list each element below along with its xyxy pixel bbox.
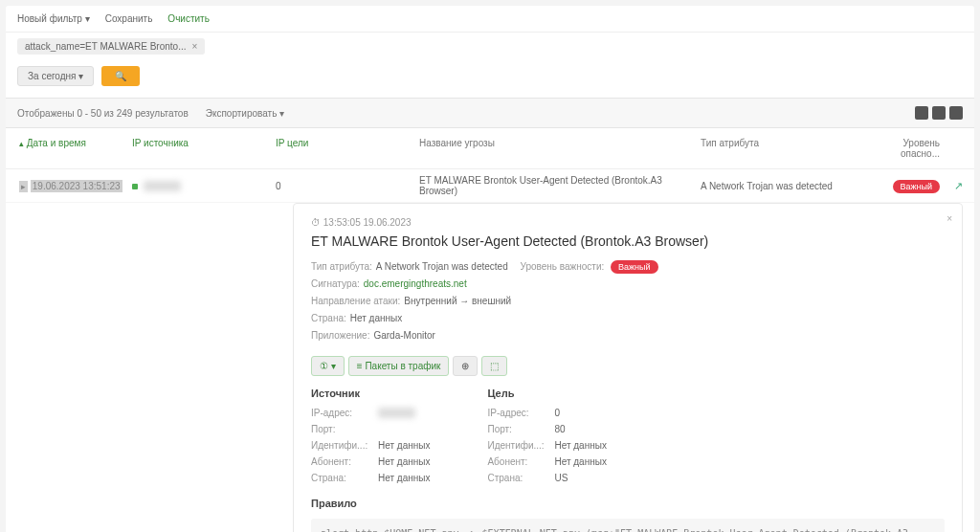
detail-timestamp: ⏱ 13:53:05 19.06.2023: [311, 217, 945, 228]
detail-panel: × ⏱ 13:53:05 19.06.2023 ET MALWARE Bront…: [293, 203, 963, 532]
header-source[interactable]: IP источника: [132, 138, 276, 159]
target-heading: Цель: [487, 388, 606, 399]
source-heading: Источник: [311, 388, 430, 399]
filter-tag-label: attack_name=ET MALWARE Bronto...: [25, 41, 187, 52]
action-packets-button[interactable]: ≡ Пакеты в трафик: [348, 356, 450, 376]
new-filter-dropdown[interactable]: Новый фильтр ▾: [17, 13, 90, 24]
results-summary: Отображены 0 - 50 из 249 результатов: [17, 108, 189, 119]
header-level[interactable]: Уровень опасно...: [873, 138, 940, 159]
clear-link[interactable]: Очистить: [167, 13, 210, 24]
signature-link[interactable]: doc.emergingthreats.net: [364, 278, 467, 289]
export-dropdown[interactable]: Экспортировать ▾: [206, 108, 284, 119]
source-ip: xxx: [378, 408, 415, 418]
rule-heading: Правило: [311, 498, 945, 509]
header-target[interactable]: IP цели: [276, 138, 419, 159]
table-row[interactable]: ▸ 19.06.2023 13:51:23 xxx 0 ET MALWARE B…: [6, 169, 974, 203]
header-class[interactable]: Тип атрибута: [701, 138, 873, 159]
view-list-icon[interactable]: [915, 106, 928, 120]
status-dot-icon: [132, 184, 138, 189]
view-grid-icon[interactable]: [932, 106, 946, 120]
filter-tag-close-icon[interactable]: ×: [192, 41, 198, 52]
filter-tag[interactable]: attack_name=ET MALWARE Bronto... ×: [17, 38, 205, 55]
rule-text: alert http $HOME_NET any -> $EXTERNAL_NE…: [321, 528, 935, 532]
close-icon[interactable]: ×: [947, 213, 952, 224]
header-threat[interactable]: Название угрозы: [419, 138, 701, 159]
detail-title: ET MALWARE Brontok User-Agent Detected (…: [311, 233, 945, 249]
action-info-button[interactable]: ① ▾: [311, 356, 345, 376]
severity-badge: Важный: [893, 180, 941, 193]
action-expand-button[interactable]: ⬚: [481, 356, 507, 376]
period-dropdown[interactable]: За сегодня ▾: [17, 66, 94, 86]
save-link[interactable]: Сохранить: [105, 13, 153, 24]
source-ip-cell: xxx: [144, 181, 181, 191]
severity-badge: Важный: [611, 260, 658, 274]
search-button[interactable]: 🔍: [101, 66, 140, 86]
view-card-icon[interactable]: [949, 106, 963, 120]
external-link-icon[interactable]: ↗: [954, 180, 963, 191]
header-date[interactable]: ▴ Дата и время: [17, 138, 132, 159]
action-add-button[interactable]: ⊕: [453, 356, 478, 376]
